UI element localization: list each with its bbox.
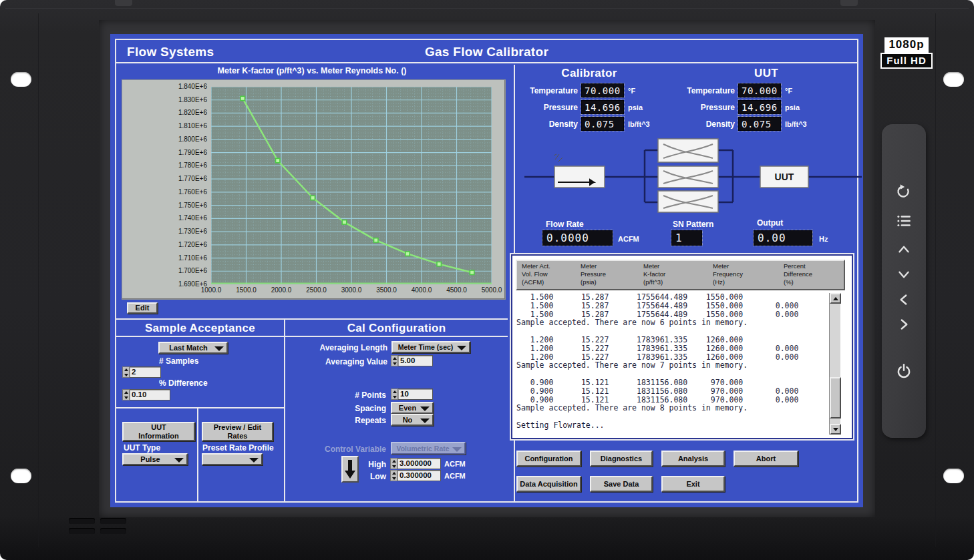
log-column-header: PercentDifference(%)	[779, 261, 844, 289]
y-tick-label: 1.700E+6	[154, 267, 207, 274]
right-icon[interactable]	[895, 316, 913, 333]
readout-label: Temperature	[671, 86, 738, 95]
analysis-button[interactable]: Analysis	[661, 451, 725, 467]
power-icon[interactable]	[895, 363, 913, 380]
x-tick-label: 1000.0	[196, 286, 226, 294]
data-point	[311, 196, 315, 200]
decrement-icon	[123, 372, 129, 378]
configuration-button[interactable]: Configuration	[516, 451, 581, 467]
mount-hole-top-left	[11, 72, 31, 87]
y-tick-label: 1.780E+6	[154, 162, 207, 169]
abort-button[interactable]: Abort	[734, 451, 798, 467]
x-tick-label: 1500.0	[232, 286, 261, 294]
log-scrollbar[interactable]	[829, 293, 840, 435]
difference-label: % Difference	[159, 378, 208, 388]
decrement-icon	[391, 476, 397, 481]
flow-rate-display: 0.0000	[542, 230, 613, 246]
high-value[interactable]: 3.000000	[397, 458, 441, 469]
cal-configuration-header: Cal Configuration	[285, 322, 508, 335]
readout-unit: psia	[624, 103, 643, 111]
log-table-body: 1.500 15.287 1755644.489 1550.000 1.500 …	[516, 293, 829, 433]
readout-row: Temperature 70.000 °F	[514, 82, 650, 99]
averaging-value-label: Averaging Value	[287, 357, 387, 366]
readout-unit: lb/ft^3	[624, 120, 650, 128]
data-acquisition-button[interactable]: Data Acquisition	[516, 476, 581, 492]
up-icon[interactable]	[895, 241, 913, 258]
increment-icon	[123, 367, 129, 372]
chart-plot-area	[211, 87, 492, 284]
samples-stepper[interactable]: 2	[122, 366, 161, 378]
low-label: Low	[343, 472, 386, 481]
action-buttons-row1: ConfigurationDiagnosticsAnalysisAbort	[516, 451, 798, 467]
averaging-length-label: Averaging Length	[287, 343, 387, 352]
scrollbar-thumb[interactable]	[830, 377, 841, 418]
calibrator-readouts: Temperature 70.000 °FPressure 14.696 psi…	[514, 82, 650, 132]
match-mode-dropdown[interactable]: Last Match	[158, 342, 228, 354]
scroll-down-icon[interactable]	[830, 424, 841, 435]
panel-seam-right	[935, 13, 936, 547]
uut-type-value: Pulse	[140, 455, 169, 463]
menu-icon[interactable]	[895, 212, 913, 230]
exit-button[interactable]: Exit	[661, 476, 725, 492]
repeats-label: Repeats	[287, 416, 386, 425]
left-region: Meter K-factor (p/ft^3) vs. Meter Reynol…	[116, 65, 508, 501]
osd-button-strip	[882, 124, 926, 438]
output-display: 0.00	[754, 230, 812, 246]
edit-button[interactable]: Edit	[127, 302, 158, 314]
y-tick-label: 1.760E+6	[154, 188, 207, 196]
readout-label: Pressure	[671, 103, 738, 112]
stepper-arrows[interactable]	[122, 389, 130, 400]
spacing-label: Spacing	[287, 404, 386, 413]
data-point	[405, 252, 410, 256]
difference-stepper[interactable]: 0.10	[122, 389, 170, 400]
difference-value[interactable]: 0.10	[130, 389, 170, 400]
y-tick-label: 1.740E+6	[154, 214, 207, 222]
repeats-dropdown[interactable]: No	[391, 414, 434, 426]
low-stepper[interactable]: 0.300000	[390, 470, 441, 481]
control-variable-dropdown: Volumetric Rate	[391, 442, 466, 455]
preset-rate-profile-dropdown[interactable]	[202, 453, 263, 465]
y-tick-label: 1.770E+6	[154, 175, 207, 182]
increment-icon	[391, 356, 397, 361]
save-data-button[interactable]: Save Data	[590, 476, 653, 492]
monitor-bezel: 1080p Full HD Flow Systems Gas Flow Cali…	[0, 0, 974, 560]
sn-pattern-label: SN Pattern	[673, 220, 713, 229]
stepper-arrows[interactable]	[391, 355, 398, 366]
panel-seam-left	[38, 13, 39, 547]
uut-information-button[interactable]: UUT Information	[122, 422, 195, 441]
readout-display: 70.000	[738, 83, 781, 97]
preview-edit-rates-button[interactable]: Preview / Edit Rates	[202, 422, 273, 441]
increment-icon	[391, 471, 397, 476]
log-data-row: 1.500 15.287 1755644.489 1550.000	[516, 293, 829, 302]
points-stepper[interactable]: 10	[391, 388, 433, 400]
averaging-length-dropdown[interactable]: Meter Time (sec)	[391, 341, 470, 353]
y-tick-label: 1.710E+6	[154, 254, 207, 262]
calibrator-header: Calibrator	[522, 67, 656, 80]
down-icon[interactable]	[895, 266, 913, 283]
stepper-arrows[interactable]	[390, 470, 397, 481]
log-message: Sample accepted. There are now 6 points …	[516, 318, 829, 327]
scroll-up-icon[interactable]	[830, 293, 841, 304]
readout-row: Density 0.075 lb/ft^3	[671, 115, 807, 132]
averaging-length-value: Meter Time (sec)	[398, 343, 464, 351]
diagnostics-button[interactable]: Diagnostics	[590, 451, 653, 467]
stepper-arrows[interactable]	[390, 458, 397, 469]
return-icon[interactable]	[895, 183, 913, 200]
vent-slot	[69, 518, 95, 524]
stepper-arrows[interactable]	[122, 366, 130, 378]
samples-value[interactable]: 2	[130, 366, 161, 378]
averaging-value-stepper[interactable]: 5.00	[391, 355, 433, 366]
chevron-down-icon	[174, 458, 184, 463]
averaging-value[interactable]: 5.00	[398, 355, 433, 366]
left-icon[interactable]	[895, 291, 913, 308]
uut-readouts: Temperature 70.000 °FPressure 14.696 psi…	[671, 82, 807, 132]
x-tick-label: 5000.0	[477, 286, 506, 294]
points-value[interactable]: 10	[398, 388, 433, 400]
spacing-dropdown[interactable]: Even	[391, 402, 434, 414]
uut-type-dropdown[interactable]: Pulse	[122, 453, 188, 465]
log-column-header: Meter Act.Vol. Flow(ACFM)	[517, 261, 576, 289]
stepper-arrows[interactable]	[391, 388, 398, 400]
low-value[interactable]: 0.300000	[397, 470, 441, 481]
badge-1080p-label: 1080p	[884, 37, 929, 53]
high-stepper[interactable]: 3.000000	[390, 458, 441, 469]
